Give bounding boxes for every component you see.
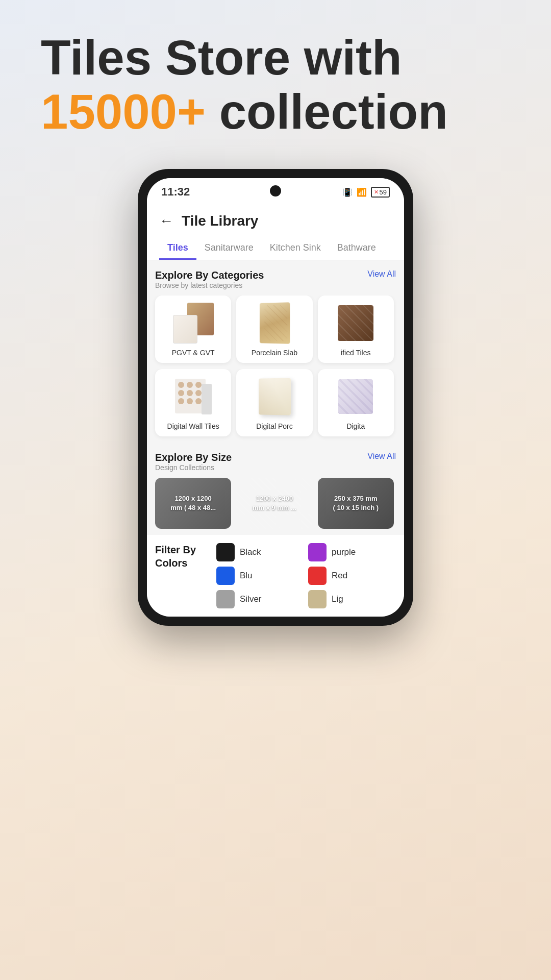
color-red[interactable]: Red <box>308 567 396 585</box>
filter-section: Filter ByColors Black purple Blu Red <box>147 535 404 617</box>
wall-image <box>173 376 214 417</box>
color-black[interactable]: Black <box>216 543 304 561</box>
hero-count: 15000+ <box>41 84 206 139</box>
back-button[interactable]: ← <box>159 213 173 229</box>
swatch-red <box>308 567 327 585</box>
status-icons: 📳 📶 ✕ 59 <box>342 187 390 198</box>
category-wall[interactable]: Digital Wall Tiles <box>155 369 231 436</box>
wall-dots <box>175 379 206 407</box>
wifi-icon: 📶 <box>357 187 367 197</box>
vibrate-icon: 📳 <box>342 187 353 197</box>
size-view-all[interactable]: View All <box>367 452 396 461</box>
color-name-blue: Blu <box>240 571 253 581</box>
back-row: ← Tile Library <box>159 213 392 229</box>
color-name-black: Black <box>240 547 261 557</box>
vitrified-tile-icon <box>338 305 373 341</box>
phone-frame: 11:32 📳 📶 ✕ 59 ← Tile Library Tiles Sani… <box>138 169 413 626</box>
color-name-silver: Silver <box>240 594 262 604</box>
tab-ad[interactable]: Ad... <box>384 237 392 260</box>
size-subtitle: Design Collections <box>155 463 232 472</box>
color-name-red: Red <box>332 571 347 581</box>
size-title: Explore By Size <box>155 452 232 463</box>
category-digi-porc[interactable]: Digital Porc <box>236 369 312 436</box>
pgvt-front <box>173 315 197 344</box>
category-digi-extra[interactable]: Digita <box>318 369 394 436</box>
category-grid-row1: PGVT & GVT Porcelain Slab ified Tiles <box>147 296 404 369</box>
color-light[interactable]: Lig <box>308 590 396 608</box>
swatch-silver <box>216 590 235 608</box>
pgvt-image <box>173 303 214 344</box>
digi-porc-icon <box>259 378 291 415</box>
wall-tile-icon <box>175 379 212 414</box>
categories-section-header: Explore By Categories Browse by latest c… <box>147 260 404 296</box>
tab-sanitarware[interactable]: Sanitarware <box>196 237 262 260</box>
size-label-3: 250 x 375 mm( 10 x 15 inch ) <box>329 494 383 512</box>
tabs-row: Tiles Sanitarware Kitchen Sink Bathware … <box>159 237 392 260</box>
vitrified-label: ified Tiles <box>341 349 370 357</box>
status-bar: 11:32 📳 📶 ✕ 59 <box>147 178 404 204</box>
color-purple[interactable]: purple <box>308 543 396 561</box>
category-porcelain[interactable]: Porcelain Slab <box>236 296 312 363</box>
digi-porc-label: Digital Porc <box>256 422 293 430</box>
porcelain-label: Porcelain Slab <box>252 349 297 357</box>
app-header: ← Tile Library Tiles Sanitarware Kitchen… <box>147 204 404 260</box>
battery-level: 59 <box>380 188 387 196</box>
wall-label: Digital Wall Tiles <box>167 422 219 430</box>
page-title: Tile Library <box>182 213 258 229</box>
porcelain-tile-icon <box>260 302 290 344</box>
swatch-light <box>308 590 327 608</box>
hero-section: Tiles Store with 15000+ collection <box>0 31 551 138</box>
color-grid: Black purple Blu Red Silver <box>216 543 396 608</box>
camera-notch <box>270 185 281 197</box>
tab-tiles[interactable]: Tiles <box>159 237 196 260</box>
phone-screen: 11:32 📳 📶 ✕ 59 ← Tile Library Tiles Sani… <box>147 178 404 617</box>
tab-kitchen-sink[interactable]: Kitchen Sink <box>262 237 329 260</box>
swatch-purple <box>308 543 327 561</box>
size-card-1200x1200[interactable]: 1200 x 1200mm ( 48 x 48... <box>155 478 231 529</box>
vitrified-image <box>335 303 376 344</box>
color-name-purple: purple <box>332 547 356 557</box>
color-name-light: Lig <box>332 594 343 604</box>
hero-suffix: collection <box>219 84 448 139</box>
pgvt-tile-icon <box>173 303 214 344</box>
hero-line1: Tiles Store with <box>41 31 510 85</box>
hero-line2: 15000+ collection <box>41 85 510 139</box>
swatch-blue <box>216 567 235 585</box>
swatch-black <box>216 543 235 561</box>
wall-tile-main <box>175 379 206 413</box>
size-label-2: 1200 x 2400mm x 9 mm ... <box>248 494 300 512</box>
porcelain-image <box>254 303 295 344</box>
tab-bathware[interactable]: Bathware <box>329 237 384 260</box>
size-card-250x375[interactable]: 250 x 375 mm( 10 x 15 inch ) <box>318 478 394 529</box>
size-grid: 1200 x 1200mm ( 48 x 48... 1200 x 2400mm… <box>147 478 404 535</box>
digi-extra-icon <box>338 379 373 414</box>
color-blue[interactable]: Blu <box>216 567 304 585</box>
wall-shadow <box>202 384 212 414</box>
digi-porc-image <box>254 376 295 417</box>
filter-label: Filter ByColors <box>155 543 216 608</box>
categories-title: Explore By Categories <box>155 270 264 281</box>
size-section-header: Explore By Size Design Collections View … <box>147 443 404 478</box>
digi-extra-image <box>335 376 376 417</box>
categories-subtitle: Browse by latest categories <box>155 281 264 289</box>
color-silver[interactable]: Silver <box>216 590 304 608</box>
status-time: 11:32 <box>161 185 190 199</box>
category-grid-row2: Digital Wall Tiles Digital Porc Digita <box>147 369 404 443</box>
category-pgvt[interactable]: PGVT & GVT <box>155 296 231 363</box>
size-card-1200x2400[interactable]: 1200 x 2400mm x 9 mm ... <box>236 478 312 529</box>
category-vitrified[interactable]: ified Tiles <box>318 296 394 363</box>
size-label-1: 1200 x 1200mm ( 48 x 48... <box>166 494 220 512</box>
digi-extra-label: Digita <box>346 422 365 430</box>
categories-view-all[interactable]: View All <box>367 270 396 279</box>
pgvt-label: PGVT & GVT <box>172 349 215 357</box>
battery-indicator: ✕ 59 <box>371 187 390 198</box>
